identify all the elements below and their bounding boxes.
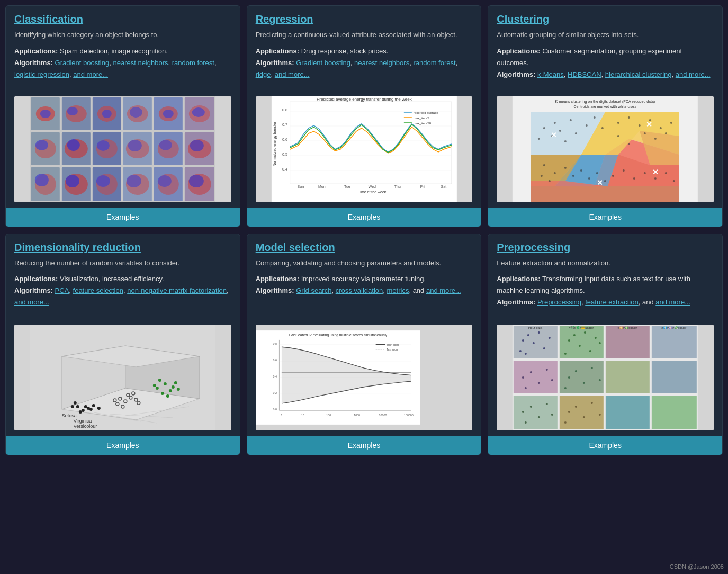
card-footer-classification[interactable]: Examples xyxy=(6,208,240,227)
svg-point-126 xyxy=(580,169,582,172)
card-footer-preprocessing[interactable]: Examples xyxy=(488,436,722,455)
algo-link-0-3[interactable]: logistic regression xyxy=(14,70,69,78)
svg-point-110 xyxy=(628,116,630,119)
svg-point-153 xyxy=(74,401,77,405)
algo-link-4-2[interactable]: metrics xyxy=(387,286,409,294)
svg-point-111 xyxy=(639,124,641,127)
svg-point-213 xyxy=(533,342,535,344)
algorithms-label-3: Algorithms: xyxy=(14,286,53,294)
algo-more-0[interactable]: and more... xyxy=(73,70,108,78)
card-title-clustering[interactable]: Clustering xyxy=(497,13,714,25)
card-model-selection: Model selection Comparing, validating an… xyxy=(247,234,482,455)
svg-point-219 xyxy=(568,339,570,342)
algo-more-3[interactable]: and more... xyxy=(14,298,49,306)
card-meta-classification: Applications: Spam detection, image reco… xyxy=(14,46,231,80)
svg-point-34 xyxy=(159,140,172,150)
svg-point-118 xyxy=(628,143,630,145)
algo-link-3-0[interactable]: PCA xyxy=(55,286,69,294)
algo-link-0-0[interactable]: Gradient boosting xyxy=(55,59,110,67)
card-footer-regression[interactable]: Examples xyxy=(247,208,481,227)
svg-text:Tue: Tue xyxy=(344,185,350,189)
svg-text:GridSearchCV evaluating using : GridSearchCV evaluating using multiple s… xyxy=(289,333,388,337)
svg-text:Virginica: Virginica xyxy=(74,418,92,424)
svg-point-12 xyxy=(102,110,112,118)
svg-point-129 xyxy=(604,180,606,182)
svg-point-8 xyxy=(40,110,51,118)
algo-link-2-2[interactable]: hierarchical clustering xyxy=(605,70,672,78)
svg-point-52 xyxy=(158,175,172,187)
card-clustering: Clustering Automatic grouping of similar… xyxy=(488,5,723,227)
svg-text:#💶#💷#💸scaler: #💶#💷#💸scaler xyxy=(662,326,687,330)
card-image-classification xyxy=(14,96,231,202)
svg-text:✕: ✕ xyxy=(597,178,603,187)
algo-more-2[interactable]: and more... xyxy=(676,70,711,78)
algo-link-4-0[interactable]: Grid search xyxy=(296,286,331,294)
svg-point-151 xyxy=(82,409,85,412)
card-title-preprocessing[interactable]: Preprocessing xyxy=(497,241,714,254)
svg-point-113 xyxy=(660,127,662,129)
card-meta-dim-reduction: Applications: Visualization, increased e… xyxy=(14,273,231,308)
algo-link-2-0[interactable]: k-Means xyxy=(537,70,564,78)
svg-point-179 xyxy=(177,388,180,391)
svg-point-240 xyxy=(591,367,593,369)
svg-point-237 xyxy=(568,376,570,379)
svg-point-242 xyxy=(564,387,567,389)
card-title-classification[interactable]: Classification xyxy=(14,13,231,25)
svg-point-32 xyxy=(128,140,142,151)
svg-text:Setosa: Setosa xyxy=(62,413,77,418)
svg-point-238 xyxy=(575,370,577,372)
card-content-regression: Regression Predicting a continuous-value… xyxy=(247,6,481,91)
algo-more-4[interactable]: and more... xyxy=(426,286,461,294)
svg-text:0.6: 0.6 xyxy=(282,138,287,141)
svg-point-150 xyxy=(76,405,79,408)
svg-rect-246 xyxy=(652,396,697,429)
algo-link-3-2[interactable]: non-negative matrix factorization xyxy=(127,286,227,294)
card-title-regression[interactable]: Regression xyxy=(256,13,473,25)
svg-point-122 xyxy=(541,175,543,177)
card-title-model-selection[interactable]: Model selection xyxy=(256,241,473,254)
svg-point-222 xyxy=(584,331,586,334)
svg-rect-243 xyxy=(514,396,558,429)
algo-link-3-1[interactable]: feature selection xyxy=(73,286,123,294)
svg-point-120 xyxy=(543,164,545,166)
card-footer-dim-reduction[interactable]: Examples xyxy=(6,436,240,455)
svg-text:1000: 1000 xyxy=(354,413,360,416)
svg-point-116 xyxy=(670,122,672,124)
svg-point-257 xyxy=(599,414,601,416)
svg-point-16 xyxy=(163,110,174,118)
svg-rect-245 xyxy=(606,396,650,429)
algo-link-5-0[interactable]: Preprocessing xyxy=(537,298,581,306)
svg-point-107 xyxy=(594,116,596,119)
algo-link-0-1[interactable]: nearest neighbors xyxy=(113,59,168,67)
svg-point-135 xyxy=(665,172,667,174)
card-footer-clustering[interactable]: Examples xyxy=(488,208,722,227)
card-title-dim-reduction[interactable]: Dimensionality reduction xyxy=(14,241,231,254)
algorithms-label-2: Algorithms: xyxy=(497,70,535,78)
algo-link-0-2[interactable]: random forest xyxy=(172,59,214,67)
card-footer-model-selection[interactable]: Examples xyxy=(247,436,481,455)
svg-point-247 xyxy=(522,411,524,413)
svg-point-235 xyxy=(551,379,553,381)
card-content-classification: Classification Identifying which categor… xyxy=(6,6,240,91)
algo-more-5[interactable]: and more... xyxy=(655,298,690,306)
svg-point-98 xyxy=(543,127,545,129)
svg-text:0.6: 0.6 xyxy=(273,358,276,361)
applications-label-5: Applications: xyxy=(497,275,540,283)
algo-link-1-3[interactable]: ridge xyxy=(256,70,271,78)
algo-link-5-1[interactable]: feature extraction xyxy=(585,298,638,306)
algo-more-1[interactable]: and more... xyxy=(275,70,310,78)
svg-text:✕: ✕ xyxy=(551,131,557,139)
svg-point-225 xyxy=(564,353,567,355)
svg-point-125 xyxy=(572,175,574,177)
algo-link-2-1[interactable]: HDBSCAN xyxy=(568,70,601,78)
svg-point-173 xyxy=(161,392,164,395)
svg-point-156 xyxy=(89,408,93,411)
algo-link-1-2[interactable]: random forest xyxy=(413,59,455,67)
svg-text:K-means clustering on the digi: K-means clustering on the digits dataset… xyxy=(555,100,655,104)
card-meta-model-selection: Applications: Improved accuracy via para… xyxy=(256,273,473,297)
card-content-clustering: Clustering Automatic grouping of similar… xyxy=(488,6,722,91)
algo-link-1-1[interactable]: nearest neighbors xyxy=(354,59,409,67)
card-content-preprocessing: Preprocessing Feature extraction and nor… xyxy=(488,234,722,319)
algo-link-1-0[interactable]: Gradient boosting xyxy=(296,59,350,67)
algo-link-4-1[interactable]: cross validation xyxy=(336,286,383,294)
